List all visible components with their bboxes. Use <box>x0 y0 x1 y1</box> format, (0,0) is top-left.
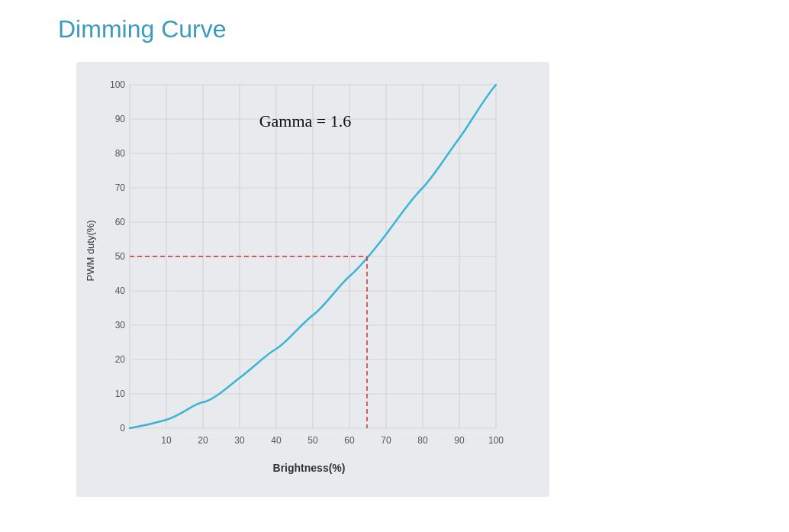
svg-text:70: 70 <box>381 435 391 446</box>
svg-text:100: 100 <box>488 435 504 446</box>
svg-text:40: 40 <box>115 285 126 296</box>
svg-text:20: 20 <box>198 435 208 446</box>
svg-text:20: 20 <box>115 354 126 365</box>
svg-text:30: 30 <box>234 435 245 446</box>
svg-text:50: 50 <box>115 251 126 262</box>
svg-text:30: 30 <box>115 320 126 330</box>
svg-text:60: 60 <box>115 217 126 227</box>
svg-text:70: 70 <box>115 182 126 193</box>
svg-text:50: 50 <box>308 435 318 446</box>
svg-text:90: 90 <box>115 114 126 124</box>
svg-text:60: 60 <box>344 435 355 446</box>
chart-svg: 0 10 20 30 40 50 60 70 80 90 100 10 20 3… <box>92 77 519 459</box>
svg-text:0: 0 <box>120 423 125 434</box>
chart-area: PWM duty(%) <box>92 77 527 474</box>
svg-text:80: 80 <box>115 148 126 159</box>
svg-text:10: 10 <box>115 389 126 399</box>
svg-text:90: 90 <box>454 435 465 446</box>
svg-text:100: 100 <box>110 79 125 90</box>
y-axis-label: PWM duty(%) <box>85 220 96 281</box>
x-axis-label: Brightness(%) <box>92 462 527 474</box>
svg-text:80: 80 <box>417 435 428 446</box>
svg-text:10: 10 <box>161 435 172 446</box>
svg-text:40: 40 <box>271 435 282 446</box>
gamma-label: Gamma = 1.6 <box>259 111 352 131</box>
chart-container: PWM duty(%) <box>76 62 549 497</box>
page-title: Dimming Curve <box>58 15 758 44</box>
